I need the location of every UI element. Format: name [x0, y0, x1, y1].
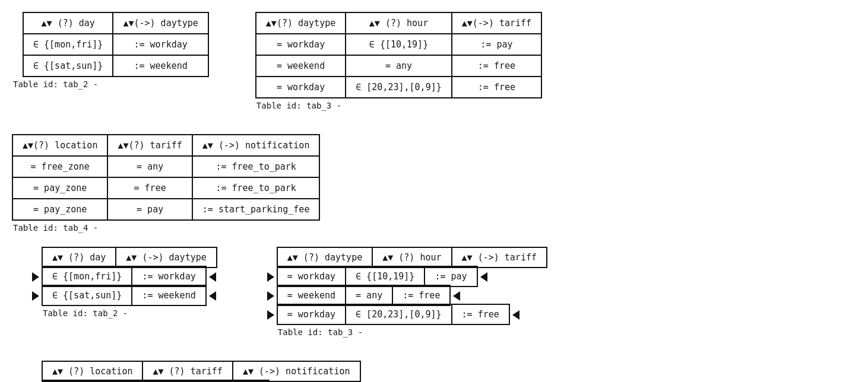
table-2-wrapper: ▲▼ (?) day ▲▼(->) daytype ∈ {[mon,fri]} … [12, 12, 220, 89]
header-row: ▲▼ (?) daytype▲▼ (?) hour▲▼ (->) tariff [265, 247, 559, 268]
page-container: ▲▼ (?) day ▲▼(->) daytype ∈ {[mon,fri]} … [12, 12, 856, 233]
data-cell: := free_to_park [168, 380, 270, 382]
row-right-arrow[interactable] [510, 305, 522, 325]
table-2-header-row: ▲▼ (?) day ▲▼(->) daytype ∈ {[mon,fri]} … [12, 12, 220, 77]
table-row: ∈ {[mon,fri]} := workday [23, 34, 208, 55]
header-cell: ▲▼ (?) daytype [277, 247, 373, 268]
row-cells: = workday∈ {[10,19]}:= pay [277, 267, 478, 287]
table-4-r3c3: := start_parking_fee [192, 199, 320, 220]
table-row: = free_zone = any := free_to_park [12, 156, 319, 177]
table-2-label: Table id: tab_2 - [12, 79, 98, 89]
row-left-arrow[interactable] [265, 267, 277, 287]
row-left-arrow [30, 361, 42, 382]
table-2-inner: ▲▼ (?) day ▲▼(->) daytype ∈ {[mon,fri]} … [23, 12, 209, 77]
table-rows-container: ▲▼ (?) location▲▼ (?) tariff▲▼ (->) noti… [30, 361, 373, 382]
top-tables-row: ▲▼ (?) day▲▼ (->) daytype∈ {[mon,fri]}:=… [30, 247, 838, 337]
table-3-r2c1: = weekend [256, 55, 346, 77]
header-cell: ▲▼ (?) hour [372, 247, 452, 268]
table-3-wrapper: ▲▼(?) daytype ▲▼ (?) hour ▲▼(->) tariff … [255, 12, 542, 110]
table-4-r3c2: = pay [107, 199, 192, 220]
table-4-r2c3: := free_to_park [192, 177, 320, 199]
table-id-label: Table id: tab_3 - [265, 327, 363, 337]
table-row: = workday ∈ [20,23],[0,9]} := free [256, 77, 541, 98]
header-cell: ▲▼ (->) notification [232, 361, 361, 382]
table-row: = workday ∈ {[10,19]} := pay [256, 34, 541, 55]
table-2-header: ▲▼ (?) day ▲▼(->) daytype [23, 12, 208, 34]
row-right-arrow [361, 361, 373, 382]
table-3-col3-header: ▲▼(->) tariff [452, 12, 541, 34]
table-4-block: ▲▼(?) location ▲▼(?) tariff ▲▼ (->) noti… [12, 134, 320, 221]
table-4-r2c1: = pay_zone [12, 177, 107, 199]
header-cell: ▲▼ (->) daytype [115, 247, 217, 268]
table-row: ∈ {[mon,fri]}:= workday [30, 267, 229, 287]
data-cell: := free [392, 285, 451, 306]
table-3-r2c2: = any [346, 55, 452, 77]
table-4-col3-header: ▲▼ (->) notification [192, 135, 320, 156]
table-4-r1c2: = any [107, 156, 192, 177]
table-4-col1-header: ▲▼(?) location [12, 135, 107, 156]
row-cells: ∈ {[mon,fri]}:= workday [42, 267, 207, 287]
table-3-r3c2: ∈ [20,23],[0,9]} [346, 77, 452, 98]
data-cell: ∈ {[10,19]} [345, 266, 425, 287]
table-row: = weekend= any:= free [265, 286, 559, 306]
header-row: ▲▼ (?) day▲▼ (->) daytype [30, 247, 229, 268]
table-row: ∈ {[sat,sun]}:= weekend [30, 286, 229, 306]
data-cell: ∈ {[mon,fri]} [42, 266, 132, 287]
row-left-arrow [265, 247, 277, 268]
table-3-r2c3: := free [452, 55, 541, 77]
header-cell: ▲▼ (?) day [42, 247, 116, 268]
header-cell: ▲▼ (->) tariff [451, 247, 547, 268]
table-4-r3c1: = pay_zone [12, 199, 107, 220]
header-cell: ▲▼ (?) tariff [142, 361, 233, 382]
table-3-r1c2: ∈ {[10,19]} [346, 34, 452, 55]
table-3-block: ▲▼(?) daytype ▲▼ (?) hour ▲▼(->) tariff … [255, 12, 542, 98]
table-row: = weekend = any := free [256, 55, 541, 77]
data-cell: ∈ {[sat,sun]} [42, 285, 132, 306]
top-row: ▲▼ (?) day ▲▼(->) daytype ∈ {[mon,fri]} … [12, 12, 856, 110]
row-right-arrow[interactable] [207, 267, 218, 287]
table-3-r3c1: = workday [256, 77, 346, 98]
data-cell: := weekend [131, 285, 206, 306]
table-2-col1-header: ▲▼ (?) day [23, 12, 113, 34]
header-cell: ▲▼ (?) location [42, 361, 143, 382]
row-left-arrow[interactable] [265, 286, 277, 306]
data-cell: = workday [277, 304, 346, 325]
row-left-arrow[interactable] [30, 286, 42, 306]
table-rows-container: ▲▼ (?) daytype▲▼ (?) hour▲▼ (->) tariff=… [265, 247, 559, 325]
table-row: = workday∈ {[10,19]}:= pay [265, 267, 559, 287]
row-left-arrow[interactable] [265, 305, 277, 325]
table-3-header: ▲▼(?) daytype ▲▼ (?) hour ▲▼(->) tariff [256, 12, 541, 34]
data-cell: := pay [424, 266, 477, 287]
table-3-r1c1: = workday [256, 34, 346, 55]
header-row: ▲▼ (?) location▲▼ (?) tariff▲▼ (->) noti… [30, 361, 373, 382]
row-right-arrow [217, 247, 229, 268]
table-4-col2-header: ▲▼(?) tariff [107, 135, 192, 156]
table-row: ∈ {[sat,sun]} := weekend [23, 55, 208, 77]
data-cell: := free [451, 304, 510, 325]
row-right-arrow[interactable] [207, 286, 218, 306]
table-3-r3c3: := free [452, 77, 541, 98]
row-right-arrow[interactable] [478, 267, 490, 287]
row-cells: = workday∈ [20,23],[0,9]}:= free [277, 305, 510, 325]
row-cells: ▲▼ (?) day▲▼ (->) daytype [42, 247, 217, 268]
row-cells: = weekend= any:= free [277, 286, 451, 306]
table-rows-container: ▲▼ (?) day▲▼ (->) daytype∈ {[mon,fri]}:=… [30, 247, 229, 306]
table-2-r1c2: := workday [113, 34, 208, 55]
data-cell: = free_zone [42, 380, 122, 382]
table-3-r1c3: := pay [452, 34, 541, 55]
row-cells: ▲▼ (?) daytype▲▼ (?) hour▲▼ (->) tariff [277, 247, 547, 268]
row-right-arrow[interactable] [451, 286, 462, 306]
table-3-inner: ▲▼(?) daytype ▲▼ (?) hour ▲▼(->) tariff … [255, 12, 542, 98]
table-4-wrapper: ▲▼(?) location ▲▼(?) tariff ▲▼ (->) noti… [12, 134, 856, 233]
table-wrapper: ▲▼ (?) location▲▼ (?) tariff▲▼ (->) noti… [30, 361, 373, 382]
data-cell: := workday [131, 266, 206, 287]
table-4-r2c2: = free [107, 177, 192, 199]
row-cells: ∈ {[sat,sun]}:= weekend [42, 286, 207, 306]
data-cell: = any [345, 285, 393, 306]
row-cells: ▲▼ (?) location▲▼ (?) tariff▲▼ (->) noti… [42, 361, 361, 382]
data-cell: ∈ [20,23],[0,9]} [345, 304, 452, 325]
row-left-arrow[interactable] [30, 267, 42, 287]
data-cell: = weekend [277, 285, 346, 306]
table-id-label: Table id: tab_2 - [30, 308, 128, 318]
table-row: = workday∈ [20,23],[0,9]}:= free [265, 305, 559, 325]
